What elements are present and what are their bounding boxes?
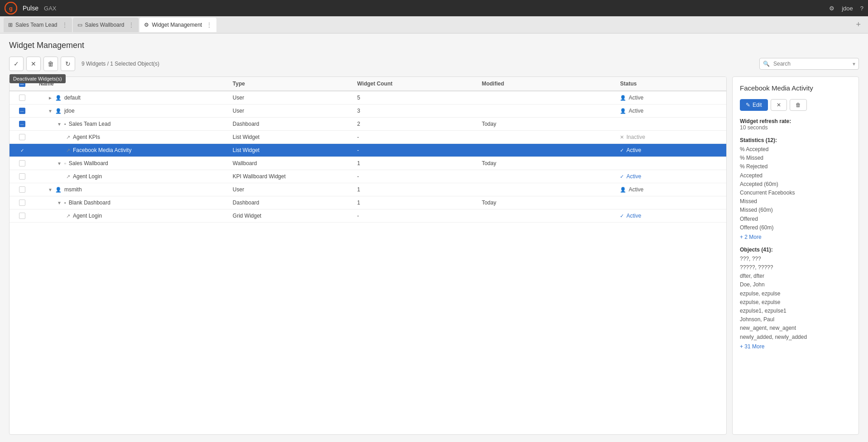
obj-item: ?????, ????? [740, 263, 851, 272]
deactivate-tooltip: Deactivate Widgets(s) [10, 74, 66, 83]
row-type: User [228, 183, 353, 196]
row-count: 2 [353, 118, 477, 131]
confirm-button[interactable]: ✓ Deactivate Widgets(s) [9, 57, 24, 71]
link-icon: ↗ [66, 174, 70, 180]
row-count: - [353, 131, 477, 144]
row-type: Wallboard [228, 157, 353, 170]
user-menu[interactable]: jdoe [842, 5, 853, 12]
app-logo: g [5, 2, 17, 14]
row-status [615, 196, 726, 209]
row-count: 1 [353, 183, 477, 196]
row-count: 5 [353, 91, 477, 105]
status-text: Active [628, 108, 643, 114]
cancel-icon: ✕ [31, 60, 36, 67]
row-checkbox[interactable] [19, 213, 25, 219]
row-checkbox[interactable]: — [19, 108, 25, 114]
panel-delete-button[interactable]: 🗑 [790, 99, 807, 111]
table-row: ✓ ↗Facebook Media Activity List Widget -… [10, 144, 726, 157]
status-text: Active [626, 213, 641, 219]
expand-icon[interactable]: ▼ [57, 161, 62, 166]
tab-sales-wallboard[interactable]: ▭ Sales Wallboard ⋮ [73, 18, 139, 32]
obj-item: Johnson, Paul [740, 315, 851, 324]
check-status-icon: ✓ [620, 213, 624, 219]
page-title: Widget Management [9, 41, 859, 50]
panel-actions: ✎ Edit ✕ 🗑 [740, 99, 851, 111]
check-status-icon: ✓ [620, 174, 624, 180]
row-modified [477, 183, 616, 196]
refresh-button[interactable]: ↻ [61, 57, 75, 71]
table-row: ▼👤msmith User 1 👤Active [10, 183, 726, 196]
row-checkbox[interactable] [19, 186, 25, 193]
status-text: Active [626, 147, 641, 153]
row-type: Dashboard [228, 196, 353, 209]
tab-menu-icon[interactable]: ⋮ [62, 22, 67, 28]
check-icon: ✓ [14, 60, 19, 67]
panel-refresh-section: Widget refresh rate: 10 seconds [740, 118, 851, 131]
stats-more-link[interactable]: + 2 More [740, 234, 851, 240]
topbar-left: g Pulse GAX [5, 2, 57, 14]
link-icon: ↗ [66, 213, 70, 219]
row-checkbox[interactable] [19, 173, 25, 180]
gear-icon: ⚙ [144, 22, 149, 28]
expand-icon[interactable]: ▼ [48, 109, 53, 114]
expand-icon[interactable]: ▼ [48, 187, 53, 192]
expand-icon[interactable]: ▼ [57, 122, 62, 127]
tab-widget-management[interactable]: ⚙ Widget Management ⋮ [139, 18, 216, 32]
panel-edit-button[interactable]: ✎ Edit [740, 99, 768, 111]
tab-label: Widget Management [152, 22, 202, 28]
user-status-icon: 👤 [620, 108, 626, 114]
settings-icon[interactable]: ⚙ [829, 5, 834, 12]
row-count: - [353, 209, 477, 223]
row-checkbox[interactable] [19, 160, 25, 166]
refresh-rate-label: Widget refresh rate: [740, 118, 791, 124]
row-modified: Today [477, 118, 616, 131]
row-type: Dashboard [228, 118, 353, 131]
tab-menu-icon[interactable]: ⋮ [129, 22, 134, 28]
tab-menu-icon[interactable]: ⋮ [206, 22, 212, 28]
expand-icon[interactable]: ► [48, 95, 53, 100]
obj-item: Doe, John [740, 280, 851, 289]
row-count: 3 [353, 105, 477, 118]
row-checkbox[interactable] [19, 95, 25, 101]
row-count: 1 [353, 196, 477, 209]
col-header-count: Widget Count [353, 77, 477, 91]
stat-item: Offered (60m) [740, 223, 851, 232]
obj-item: dfter, dfter [740, 272, 851, 280]
tab-sales-team-lead[interactable]: ⊞ Sales Team Lead ⋮ [4, 18, 72, 32]
stat-item: Missed (60m) [740, 206, 851, 214]
table-row: ►👤default User 5 👤Active [10, 91, 726, 105]
row-checkbox[interactable]: — [19, 121, 25, 127]
table-row: — ▼👤jdoe User 3 👤Active [10, 105, 726, 118]
expand-icon[interactable]: ▼ [57, 200, 62, 205]
search-dropdown-icon[interactable]: ▼ [852, 62, 856, 67]
add-tab-button[interactable]: + [852, 20, 864, 29]
search-icon: 🔍 [763, 61, 770, 67]
link-icon: ↗ [66, 134, 70, 140]
cancel-button[interactable]: ✕ [26, 57, 41, 71]
statistics-title: Statistics (12): [740, 137, 851, 143]
row-name-text: Sales Wallboard [69, 160, 108, 166]
panel-close-button[interactable]: ✕ [771, 99, 787, 111]
row-modified: Today [477, 196, 616, 209]
user-icon: 👤 [55, 95, 62, 101]
panel-title: Facebook Media Activity [740, 84, 851, 92]
objects-more-link[interactable]: + 31 More [740, 343, 851, 350]
page-content: Widget Management ✓ Deactivate Widgets(s… [0, 33, 868, 442]
topbar: g Pulse GAX ⚙ jdoe ? [0, 0, 868, 16]
check-status-icon: ✓ [620, 147, 624, 153]
delete-button[interactable]: 🗑 [43, 57, 58, 71]
table-row: ↗Agent Login Grid Widget - ✓Active [10, 209, 726, 223]
obj-item: ezpulse, ezpulse [740, 290, 851, 298]
row-checkbox[interactable] [19, 200, 25, 206]
display-icon: ▭ [77, 22, 82, 28]
search-input[interactable] [759, 58, 859, 70]
row-checkbox[interactable] [19, 134, 25, 140]
col-header-modified: Modified [477, 77, 616, 91]
row-type: List Widget [228, 144, 353, 157]
help-icon[interactable]: ? [860, 5, 863, 12]
stat-item: % Accepted [740, 145, 851, 154]
edit-label: Edit [753, 102, 762, 108]
row-type: User [228, 91, 353, 105]
row-checkbox[interactable]: ✓ [19, 147, 25, 153]
row-name-text: Sales Team Lead [69, 121, 111, 127]
